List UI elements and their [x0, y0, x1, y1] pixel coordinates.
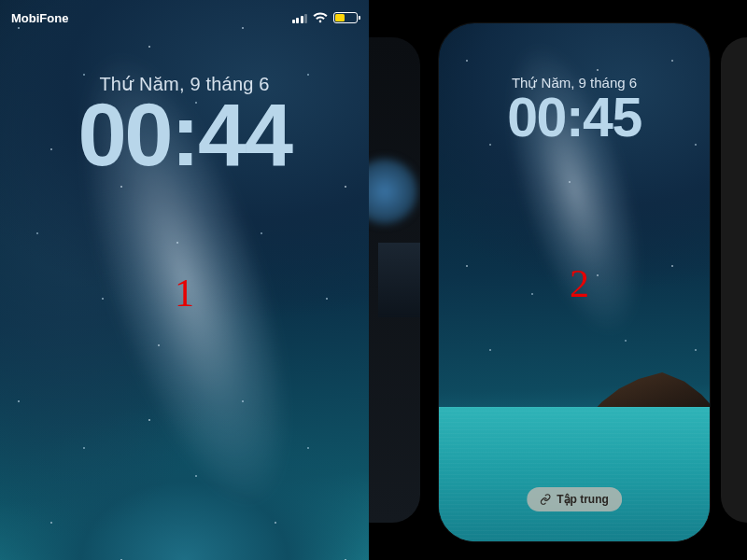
- wifi-icon: [313, 12, 328, 23]
- focus-label: Tập trung: [557, 493, 609, 506]
- carrier-label: MobiFone: [11, 11, 68, 25]
- signal-icon: [292, 12, 308, 23]
- lockscreen-time: 00:44: [0, 91, 369, 179]
- status-right: [292, 12, 359, 23]
- link-icon: [540, 494, 551, 505]
- card-landscape-sea: [439, 407, 710, 541]
- battery-icon: [333, 12, 358, 23]
- gallery-next-card[interactable]: [721, 37, 747, 523]
- gallery-previous-card[interactable]: [369, 37, 420, 523]
- lockscreen-panel-1: MobiFone Thứ Năm, 9 tháng 6 00:44 1: [0, 0, 369, 560]
- card-time: 00:45: [439, 91, 710, 146]
- status-bar: MobiFone: [11, 7, 358, 28]
- step-number-1: 1: [175, 271, 194, 315]
- focus-button[interactable]: Tập trung: [527, 487, 622, 511]
- lockscreen-gallery-panel: Thứ Năm, 9 tháng 6 00:45 Tập trung 2: [369, 0, 747, 560]
- step-number-2: 2: [570, 261, 589, 306]
- battery-fill: [335, 14, 345, 21]
